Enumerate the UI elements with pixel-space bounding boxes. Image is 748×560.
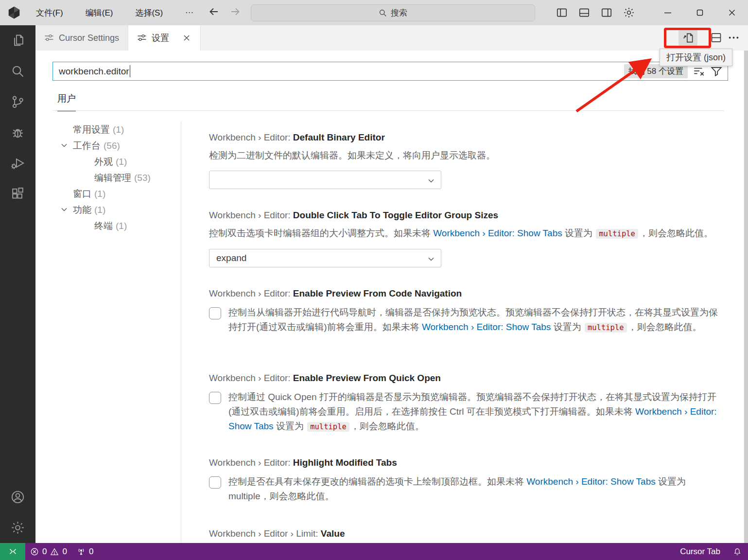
- split-editor-icon[interactable]: [710, 31, 723, 44]
- setting-category: Workbench › Editor:: [209, 457, 293, 468]
- setting-category: Workbench › Editor:: [209, 373, 293, 383]
- description-text: 控制双击选项卡时编辑器组的大小调整方式。如果未将: [209, 228, 433, 238]
- default-binary-editor-select[interactable]: [209, 171, 441, 189]
- window-controls: [652, 0, 748, 25]
- setting-description: 控制通过 Quick Open 打开的编辑器是否显示为预览编辑器。预览编辑器不会…: [228, 390, 718, 434]
- status-bar-right: Cursor Tab: [674, 543, 748, 560]
- toc-item-common[interactable]: 常用设置(1): [44, 122, 181, 138]
- minimize-button[interactable]: [652, 0, 684, 25]
- cursor-tab-status[interactable]: Cursor Tab: [674, 543, 727, 560]
- menu-overflow[interactable]: ···: [181, 6, 197, 19]
- ports-count: 0: [89, 547, 93, 557]
- error-icon: [30, 547, 39, 556]
- back-arrow-icon[interactable]: [208, 6, 220, 19]
- settings-gear-icon[interactable]: [0, 512, 35, 543]
- toggle-panel-icon[interactable]: [578, 6, 591, 19]
- chevron-down-icon: [427, 255, 435, 262]
- toc-item-window[interactable]: 窗口(1): [44, 186, 181, 202]
- toc-item-appearance[interactable]: 外观(1): [44, 154, 181, 170]
- close-window-button[interactable]: [716, 0, 748, 25]
- setting-description: 控制双击选项卡时编辑器组的大小调整方式。如果未将 Workbench › Edi…: [209, 226, 719, 241]
- sliders-icon: [137, 33, 147, 43]
- checkbox-unchecked[interactable]: [209, 392, 221, 404]
- toc-count: (1): [113, 124, 124, 135]
- description-text: 控制是否在具有未保存更改的编辑器的选项卡上绘制顶部边框。如果未将: [228, 476, 526, 487]
- maximize-button[interactable]: [684, 0, 716, 25]
- menu-file[interactable]: 文件(F): [32, 5, 67, 20]
- clear-filters-icon[interactable]: [693, 65, 705, 78]
- chevron-placeholder: [82, 173, 94, 183]
- extensions-icon[interactable]: [0, 178, 35, 209]
- toc-item-workbench[interactable]: 工作台(56): [44, 138, 181, 154]
- toc-sash-divider[interactable]: [181, 122, 181, 543]
- warning-count: 0: [62, 547, 67, 557]
- title-bar: 文件(F) 编辑(E) 选择(S) ··· 搜索: [0, 0, 748, 25]
- toggle-sidebar-icon[interactable]: [556, 6, 568, 19]
- description-code: multiple: [585, 323, 627, 332]
- history-nav: [208, 0, 241, 25]
- notifications-bell[interactable]: [727, 543, 748, 560]
- setting-title: Workbench › Editor › Limit: Value: [209, 527, 725, 540]
- settings-link[interactable]: Workbench › Editor: Show Tabs: [433, 228, 562, 238]
- tab-cursor-settings[interactable]: Cursor Settings: [35, 25, 128, 51]
- problems-status[interactable]: 0 0: [25, 543, 72, 560]
- ports-status[interactable]: 0: [72, 543, 98, 560]
- filter-funnel-icon[interactable]: [710, 65, 723, 78]
- setting-title: Workbench › Editor: Enable Preview From …: [209, 287, 725, 300]
- description-code: multiple: [596, 229, 638, 239]
- menu-bar: 文件(F) 编辑(E) 选择(S) ···: [32, 0, 197, 25]
- settings-search-input[interactable]: workbench.editor 找到 58 个设置: [52, 62, 728, 81]
- remote-indicator[interactable]: [0, 543, 25, 560]
- toc-item-features[interactable]: 功能(1): [44, 202, 181, 218]
- menu-edit[interactable]: 编辑(E): [82, 5, 117, 20]
- toc-item-editor-management[interactable]: 编辑管理(53): [44, 170, 181, 186]
- setting-label: Default Binary Editor: [293, 132, 385, 142]
- menu-selection[interactable]: 选择(S): [131, 5, 167, 20]
- checkbox-unchecked[interactable]: [209, 307, 221, 319]
- toc-item-terminal[interactable]: 终端(1): [44, 218, 181, 234]
- toc-count: (1): [116, 157, 127, 167]
- toc-label: 工作台: [73, 140, 101, 152]
- scope-tab-user[interactable]: 用户: [57, 92, 76, 111]
- command-center-search[interactable]: 搜索: [251, 4, 535, 21]
- close-tab-icon[interactable]: [182, 33, 191, 43]
- toc-label: 终端: [94, 220, 113, 232]
- toggle-secondary-sidebar-icon[interactable]: [600, 6, 613, 19]
- toc-label: 编辑管理: [94, 172, 131, 184]
- description-code: multiple: [307, 422, 349, 432]
- chevron-down-icon[interactable]: [60, 141, 73, 151]
- tab-settings[interactable]: 设置: [128, 25, 201, 51]
- editor-tab-bar: Cursor Settings 设置: [35, 25, 748, 51]
- run-debug-icon[interactable]: [0, 148, 35, 178]
- setting-label: Enable Preview From Quick Open: [293, 373, 441, 383]
- cursor-tab-label: Cursor Tab: [680, 547, 720, 557]
- search-sidebar-icon[interactable]: [0, 56, 35, 87]
- toc-count: (1): [94, 189, 105, 199]
- setting-description: 控制当从编辑器开始进行代码导航时，编辑器是否保持为预览状态。预览编辑器不会保持打…: [228, 305, 718, 335]
- description-text: ，则会忽略此值。: [628, 322, 702, 332]
- sliders-icon: [44, 33, 54, 43]
- setting-category: Workbench › Editor:: [209, 210, 293, 220]
- checkbox-unchecked[interactable]: [209, 476, 221, 489]
- explorer-icon[interactable]: [0, 25, 35, 56]
- setting-title: Workbench › Editor: Enable Preview From …: [209, 372, 725, 385]
- bug-icon[interactable]: [0, 117, 35, 148]
- source-control-icon[interactable]: [0, 87, 35, 117]
- settings-link[interactable]: Workbench › Editor: Show Tabs: [526, 476, 655, 487]
- description-text: 设置为: [551, 322, 584, 332]
- toc-label: 外观: [94, 156, 113, 168]
- forward-arrow-icon[interactable]: [229, 6, 241, 19]
- editor-scrollbar[interactable]: [744, 51, 748, 543]
- chevron-down-icon[interactable]: [60, 205, 73, 215]
- setting-double-click-tab: Workbench › Editor: Double Click Tab To …: [209, 209, 725, 267]
- setting-category: Workbench › Editor:: [209, 288, 293, 298]
- more-actions-icon[interactable]: [727, 31, 740, 44]
- bell-icon: [733, 547, 742, 556]
- customize-layout-gear-icon[interactable]: [623, 6, 635, 19]
- toc-count: (56): [104, 140, 120, 151]
- setting-label: Value: [321, 528, 345, 539]
- account-icon[interactable]: [0, 482, 35, 512]
- setting-label: Double Click Tab To Toggle Editor Group …: [293, 210, 498, 220]
- settings-link[interactable]: Workbench › Editor: Show Tabs: [422, 322, 551, 332]
- double-click-tab-select[interactable]: expand: [209, 249, 441, 267]
